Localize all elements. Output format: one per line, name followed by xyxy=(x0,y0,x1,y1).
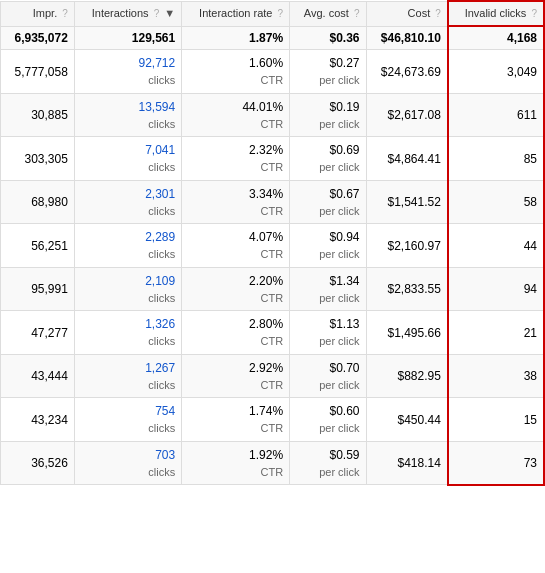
interactions-cell: 13,594clicks xyxy=(74,93,181,137)
cost-cell: $450.44 xyxy=(366,398,448,442)
avg-cost-cell: $1.34per click xyxy=(290,267,366,311)
interaction-rate-cell: 1.92%CTR xyxy=(182,441,290,485)
cost-cell: $2,160.97 xyxy=(366,224,448,268)
invalid-clicks-cell: 15 xyxy=(448,398,544,442)
avg-cost-cell: $1.13per click xyxy=(290,311,366,355)
avg-cost-cell: $0.60per click xyxy=(290,398,366,442)
impr-cell: 68,980 xyxy=(1,180,75,224)
total-invalid-clicks: 4,168 xyxy=(448,26,544,50)
avg-cost-cell: $0.94per click xyxy=(290,224,366,268)
cost-label: Cost xyxy=(408,7,431,19)
cost-cell: $882.95 xyxy=(366,354,448,398)
avg-cost-header: Avg. cost ? xyxy=(290,1,366,26)
interaction-rate-cell: 4.07%CTR xyxy=(182,224,290,268)
total-impr: 6,935,072 xyxy=(1,26,75,50)
impr-cell: 95,991 xyxy=(1,267,75,311)
interactions-cell: 7,041clicks xyxy=(74,137,181,181)
invalid-clicks-cell: 3,049 xyxy=(448,50,544,94)
cost-cell: $2,617.08 xyxy=(366,93,448,137)
table-row: 68,980 2,301clicks 3.34%CTR $0.67per cli… xyxy=(1,180,545,224)
cost-cell: $1,541.52 xyxy=(366,180,448,224)
interaction-rate-cell: 44.01%CTR xyxy=(182,93,290,137)
interaction-rate-cell: 2.32%CTR xyxy=(182,137,290,181)
impr-cell: 303,305 xyxy=(1,137,75,181)
impr-header: Impr. ? xyxy=(1,1,75,26)
invalid-clicks-cell: 58 xyxy=(448,180,544,224)
interactions-cell: 754clicks xyxy=(74,398,181,442)
total-interaction-rate: 1.87% xyxy=(182,26,290,50)
impr-help-icon[interactable]: ? xyxy=(62,8,68,19)
cost-header: Cost ? xyxy=(366,1,448,26)
cost-cell: $1,495.66 xyxy=(366,311,448,355)
table-row: 5,777,058 92,712clicks 1.60%CTR $0.27per… xyxy=(1,50,545,94)
table-row: 47,277 1,326clicks 2.80%CTR $1.13per cli… xyxy=(1,311,545,355)
table-row: 95,991 2,109clicks 2.20%CTR $1.34per cli… xyxy=(1,267,545,311)
total-avg-cost: $0.36 xyxy=(290,26,366,50)
impr-cell: 43,444 xyxy=(1,354,75,398)
invalid-clicks-help-icon[interactable]: ? xyxy=(531,8,537,19)
interaction-rate-cell: 2.80%CTR xyxy=(182,311,290,355)
total-cost: $46,810.10 xyxy=(366,26,448,50)
interaction-rate-cell: 1.60%CTR xyxy=(182,50,290,94)
invalid-clicks-cell: 44 xyxy=(448,224,544,268)
interactions-cell: 92,712clicks xyxy=(74,50,181,94)
interaction-rate-header: Interaction rate ? xyxy=(182,1,290,26)
avg-cost-help-icon[interactable]: ? xyxy=(354,8,360,19)
impr-cell: 36,526 xyxy=(1,441,75,485)
interactions-label: Interactions xyxy=(92,7,149,19)
interaction-rate-cell: 1.74%CTR xyxy=(182,398,290,442)
table-row: 36,526 703clicks 1.92%CTR $0.59per click… xyxy=(1,441,545,485)
cost-cell: $24,673.69 xyxy=(366,50,448,94)
invalid-clicks-cell: 38 xyxy=(448,354,544,398)
table-row: 43,444 1,267clicks 2.92%CTR $0.70per cli… xyxy=(1,354,545,398)
table-row: 30,885 13,594clicks 44.01%CTR $0.19per c… xyxy=(1,93,545,137)
interactions-cell: 2,301clicks xyxy=(74,180,181,224)
avg-cost-cell: $0.69per click xyxy=(290,137,366,181)
total-row: 6,935,072 129,561 1.87% $0.36 $46,810.10… xyxy=(1,26,545,50)
cost-cell: $4,864.41 xyxy=(366,137,448,181)
impr-cell: 5,777,058 xyxy=(1,50,75,94)
avg-cost-cell: $0.27per click xyxy=(290,50,366,94)
avg-cost-cell: $0.59per click xyxy=(290,441,366,485)
invalid-clicks-cell: 73 xyxy=(448,441,544,485)
interaction-rate-help-icon[interactable]: ? xyxy=(278,8,284,19)
table-row: 43,234 754clicks 1.74%CTR $0.60per click… xyxy=(1,398,545,442)
impr-cell: 47,277 xyxy=(1,311,75,355)
invalid-clicks-cell: 94 xyxy=(448,267,544,311)
interactions-sort-icon[interactable]: ▼ xyxy=(164,7,175,19)
avg-cost-cell: $0.70per click xyxy=(290,354,366,398)
interaction-rate-cell: 2.92%CTR xyxy=(182,354,290,398)
interaction-rate-cell: 2.20%CTR xyxy=(182,267,290,311)
cost-cell: $418.14 xyxy=(366,441,448,485)
invalid-clicks-cell: 21 xyxy=(448,311,544,355)
impr-cell: 30,885 xyxy=(1,93,75,137)
cost-help-icon[interactable]: ? xyxy=(435,8,441,19)
interactions-cell: 703clicks xyxy=(74,441,181,485)
interactions-cell: 1,267clicks xyxy=(74,354,181,398)
interactions-header: Interactions ? ▼ xyxy=(74,1,181,26)
table-row: 303,305 7,041clicks 2.32%CTR $0.69per cl… xyxy=(1,137,545,181)
avg-cost-label: Avg. cost xyxy=(304,7,349,19)
impr-cell: 56,251 xyxy=(1,224,75,268)
total-interactions: 129,561 xyxy=(74,26,181,50)
cost-cell: $2,833.55 xyxy=(366,267,448,311)
impr-cell: 43,234 xyxy=(1,398,75,442)
invalid-clicks-header: Invalid clicks ? xyxy=(448,1,544,26)
interactions-cell: 2,109clicks xyxy=(74,267,181,311)
interactions-help-icon[interactable]: ? xyxy=(154,8,160,19)
table-row: 56,251 2,289clicks 4.07%CTR $0.94per cli… xyxy=(1,224,545,268)
impr-label: Impr. xyxy=(33,7,57,19)
interaction-rate-cell: 3.34%CTR xyxy=(182,180,290,224)
invalid-clicks-label: Invalid clicks xyxy=(465,7,527,19)
avg-cost-cell: $0.67per click xyxy=(290,180,366,224)
invalid-clicks-cell: 85 xyxy=(448,137,544,181)
interactions-cell: 1,326clicks xyxy=(74,311,181,355)
avg-cost-cell: $0.19per click xyxy=(290,93,366,137)
invalid-clicks-cell: 611 xyxy=(448,93,544,137)
interaction-rate-label: Interaction rate xyxy=(199,7,272,19)
interactions-cell: 2,289clicks xyxy=(74,224,181,268)
